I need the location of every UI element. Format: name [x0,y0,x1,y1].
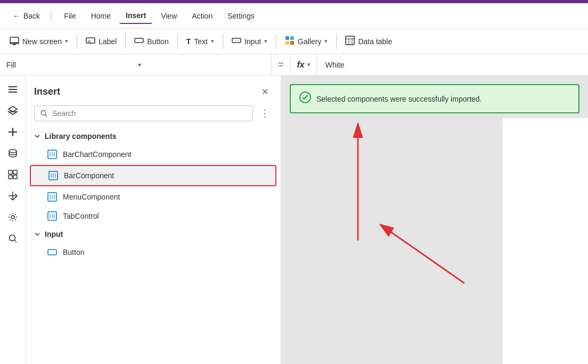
sidebar-icon-component[interactable] [3,165,22,184]
data-table-label: Data table [358,37,392,46]
notification-message: Selected components were successfully im… [316,95,481,103]
svg-line-33 [14,240,17,242]
toolbar-divider-5 [276,34,276,49]
button-label: Button [147,37,168,46]
svg-rect-11 [285,41,289,45]
sidebar-icon-add[interactable] [3,122,22,142]
sidebar-icon-search[interactable] [3,229,22,248]
menu-component-icon [47,192,58,202]
svg-rect-26 [13,170,17,174]
label-button[interactable]: A Label [80,32,122,50]
menu-bar: ← Back File Home Insert View Action Sett… [0,3,588,29]
bar-chart-component-icon [47,149,58,160]
library-components-section-header[interactable]: Library components [26,128,281,145]
input-icon [232,36,241,47]
svg-rect-10 [290,36,294,40]
tab-control-item[interactable]: TabControl [26,206,281,226]
menu-divider [51,10,51,22]
canvas-area: Selected components were successfully im… [281,76,588,364]
label-icon: A [86,36,95,47]
search-input[interactable] [52,109,247,118]
more-options-button[interactable]: ⋮ [257,106,272,121]
bar-component-item[interactable]: BarComponent [30,165,276,186]
gallery-button[interactable]: Gallery ▾ [280,32,333,50]
svg-rect-13 [346,36,354,45]
formula-property-selector[interactable]: Fill ▾ [0,54,272,75]
menu-insert[interactable]: Insert [119,8,152,24]
bar-chart-component-item[interactable]: BarChartComponent [26,145,281,164]
formula-equals-sign: = [272,54,291,75]
svg-point-34 [41,111,45,115]
svg-rect-28 [13,175,17,179]
library-components-label: Library components [45,132,117,140]
sidebar-icon-layers[interactable] [3,101,22,120]
svg-rect-6 [135,38,143,43]
input-label: Input [244,37,261,46]
new-screen-label: New screen [22,37,62,46]
svg-rect-52 [48,250,56,255]
gallery-icon [285,36,295,47]
library-chevron-icon [34,133,40,139]
insert-panel-header: Insert ✕ [26,76,281,105]
button-item-label: Button [63,248,84,257]
search-icon [40,109,48,118]
toolbar-divider-4 [223,34,223,49]
svg-point-31 [11,216,14,219]
svg-marker-20 [9,106,17,112]
menu-home[interactable]: Home [85,9,117,23]
svg-rect-27 [9,175,12,179]
button-button[interactable]: Button [129,32,174,50]
new-screen-icon [10,36,19,47]
success-check-icon [299,92,311,106]
tab-control-label: TabControl [63,212,99,220]
new-screen-button[interactable]: New screen ▾ [4,32,74,50]
sidebar-icon-arrows[interactable] [3,186,22,205]
side-icon-panel [0,76,26,364]
input-button[interactable]: Input ▾ [226,32,273,50]
text-button[interactable]: T Text ▾ [181,34,219,49]
toolbar-divider-6 [336,34,337,49]
bar-component-label: BarComponent [64,171,114,180]
input-section-header[interactable]: Input [26,226,281,243]
bar-component-icon [48,170,59,181]
label-label: Label [99,37,117,46]
text-icon: T [186,37,191,46]
sidebar-icon-menu[interactable] [3,80,22,99]
formula-value[interactable]: White [317,61,588,69]
sidebar-icon-database[interactable] [3,144,22,163]
button-icon [134,36,144,47]
button-item[interactable]: Button [26,243,281,262]
text-label: Text [194,37,208,46]
formula-bar: Fill ▾ = fx ▾ White [0,54,588,76]
menu-view[interactable]: View [154,9,183,23]
new-screen-chevron-icon: ▾ [65,38,68,45]
svg-rect-12 [290,41,294,45]
menu-component-label: MenuComponent [63,193,120,201]
back-button[interactable]: ← Back [9,10,44,22]
insert-panel-title: Insert [34,86,60,97]
fx-chevron-icon: ▾ [307,61,310,68]
svg-point-32 [9,235,15,241]
menu-component-item[interactable]: MenuComponent [26,187,281,206]
svg-line-35 [45,114,47,116]
menu-action[interactable]: Action [185,9,219,23]
white-canvas [503,118,588,364]
formula-property-label: Fill [6,61,134,69]
search-box[interactable] [34,105,253,121]
data-table-button[interactable]: Data table [340,32,397,50]
insert-panel-close-button[interactable]: ✕ [257,84,272,99]
formula-fx-button[interactable]: fx ▾ [291,54,317,75]
svg-line-56 [380,225,464,283]
gallery-label: Gallery [298,37,321,46]
menu-file[interactable]: File [58,9,83,23]
sidebar-icon-settings[interactable] [3,208,22,227]
back-arrow-icon: ← [13,12,20,20]
tab-control-icon [47,211,58,221]
formula-property-chevron-icon: ▾ [138,61,265,69]
toolbar: New screen ▾ A Label Button T Text ▾ [0,29,588,54]
menu-settings[interactable]: Settings [221,9,261,23]
svg-rect-9 [285,36,289,40]
toolbar-divider-2 [125,34,126,49]
data-table-icon [345,36,355,47]
svg-marker-21 [9,112,17,114]
